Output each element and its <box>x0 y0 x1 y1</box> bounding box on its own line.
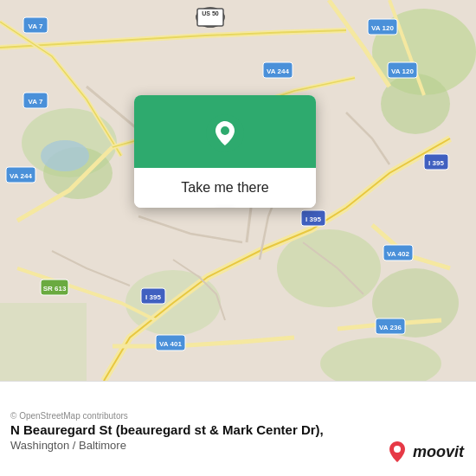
svg-text:VA 401: VA 401 <box>159 340 182 348</box>
svg-point-4 <box>381 74 450 134</box>
svg-text:VA 236: VA 236 <box>379 324 402 331</box>
moovit-logo: moovit <box>385 440 464 464</box>
svg-text:VA 120: VA 120 <box>371 24 394 32</box>
svg-text:VA 7: VA 7 <box>29 23 43 30</box>
take-me-there-button[interactable]: Take me there <box>134 168 316 208</box>
svg-point-44 <box>394 446 401 453</box>
svg-text:VA 244: VA 244 <box>10 172 32 180</box>
copyright-notice: © OpenStreetMap contributors <box>10 407 466 422</box>
svg-text:VA 402: VA 402 <box>387 250 409 258</box>
svg-point-6 <box>277 229 381 307</box>
svg-text:VA 244: VA 244 <box>267 68 289 75</box>
svg-text:I 395: I 395 <box>145 293 161 301</box>
map-container: VA 7 US 50 US 50 VA 120 VA 120 VA 7 VA 2… <box>0 0 476 381</box>
svg-text:I 395: I 395 <box>428 159 444 167</box>
app: VA 7 US 50 US 50 VA 120 VA 120 VA 7 VA 2… <box>0 0 476 476</box>
location-popup: Take me there <box>134 95 316 208</box>
svg-point-43 <box>221 126 229 135</box>
copyright-text: © OpenStreetMap contributors <box>10 411 128 421</box>
svg-text:US 50: US 50 <box>202 10 219 16</box>
location-title: N Beauregard St (beauregard st & Mark Ce… <box>10 422 466 437</box>
moovit-pin-icon <box>385 440 409 464</box>
location-pin-icon <box>206 114 244 152</box>
svg-text:VA 7: VA 7 <box>29 98 43 106</box>
svg-text:SR 613: SR 613 <box>43 285 67 293</box>
svg-point-10 <box>41 140 89 171</box>
svg-rect-8 <box>0 303 87 381</box>
bottom-bar: © OpenStreetMap contributors N Beauregar… <box>0 381 476 476</box>
moovit-text: moovit <box>413 443 464 461</box>
popup-header <box>134 95 316 168</box>
svg-text:VA 120: VA 120 <box>391 68 414 75</box>
svg-text:I 395: I 395 <box>306 215 321 223</box>
